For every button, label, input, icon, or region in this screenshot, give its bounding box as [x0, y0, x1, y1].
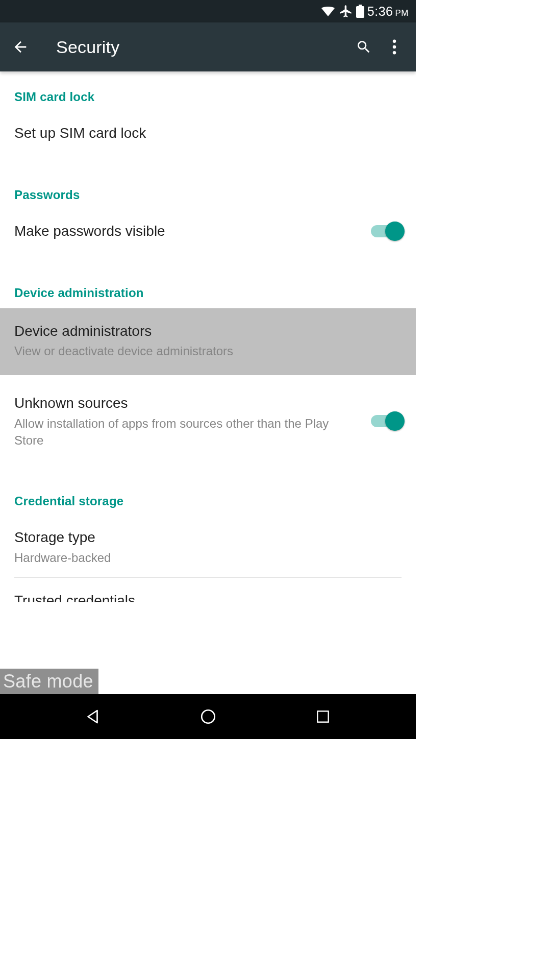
airplane-mode-icon: [339, 4, 353, 18]
nav-back-icon: [84, 707, 103, 726]
setting-storage-type[interactable]: Storage type Hardware-backed: [0, 518, 416, 577]
safe-mode-badge: Safe mode: [0, 669, 98, 694]
setting-title: Trusted credentials: [14, 591, 391, 610]
settings-list[interactable]: SIM card lock Set up SIM card lock Passw…: [0, 71, 416, 694]
status-time-value: 5:36: [367, 4, 393, 19]
status-clock: 5:36 PM: [367, 4, 409, 19]
toggle-unknown-sources[interactable]: [371, 415, 402, 427]
nav-recent-button[interactable]: [308, 701, 338, 732]
nav-home-button[interactable]: [193, 701, 223, 732]
arrow-back-icon: [12, 38, 29, 56]
setting-title: Set up SIM card lock: [14, 124, 391, 143]
setting-device-administrators[interactable]: Device administrators View or deactivate…: [0, 308, 416, 375]
overflow-menu-button[interactable]: [382, 35, 407, 59]
page-title: Security: [56, 37, 119, 57]
search-icon: [356, 39, 372, 55]
setting-title: Unknown sources: [14, 394, 361, 413]
setting-title: Device administrators: [14, 322, 391, 341]
search-button[interactable]: [352, 35, 376, 59]
setting-setup-sim-card-lock[interactable]: Set up SIM card lock: [0, 113, 416, 157]
svg-point-3: [202, 710, 215, 723]
svg-rect-4: [317, 711, 328, 722]
setting-subtitle: Allow installation of apps from sources …: [14, 415, 361, 449]
section-sim-card-lock: SIM card lock: [0, 71, 416, 113]
nav-home-icon: [199, 707, 217, 726]
app-bar: Security: [0, 22, 416, 71]
setting-title: Make passwords visible: [14, 222, 361, 241]
setting-unknown-sources[interactable]: Unknown sources Allow installation of ap…: [0, 375, 416, 463]
navigation-bar: [0, 694, 416, 739]
wifi-icon: [320, 5, 336, 17]
battery-icon: [356, 5, 364, 18]
nav-recent-icon: [315, 708, 331, 725]
toggle-passwords-visible[interactable]: [371, 225, 402, 237]
toggle-thumb: [385, 222, 405, 241]
back-button[interactable]: [9, 36, 32, 58]
setting-subtitle: View or deactivate device administrators: [14, 342, 391, 360]
section-passwords: Passwords: [0, 157, 416, 211]
more-vert-icon: [392, 39, 396, 55]
svg-point-2: [393, 51, 396, 55]
svg-point-0: [393, 40, 396, 43]
toggle-thumb: [385, 411, 405, 431]
setting-subtitle: Hardware-backed: [14, 549, 391, 567]
nav-back-button[interactable]: [78, 701, 109, 732]
setting-title: Storage type: [14, 528, 391, 547]
svg-point-1: [393, 45, 396, 49]
status-bar: 5:36 PM: [0, 0, 416, 22]
setting-make-passwords-visible[interactable]: Make passwords visible: [0, 211, 416, 255]
setting-trusted-credentials[interactable]: Trusted credentials: [0, 578, 416, 607]
status-time-ampm: PM: [395, 8, 409, 18]
section-device-administration: Device administration: [0, 255, 416, 308]
section-credential-storage: Credential storage: [0, 463, 416, 518]
